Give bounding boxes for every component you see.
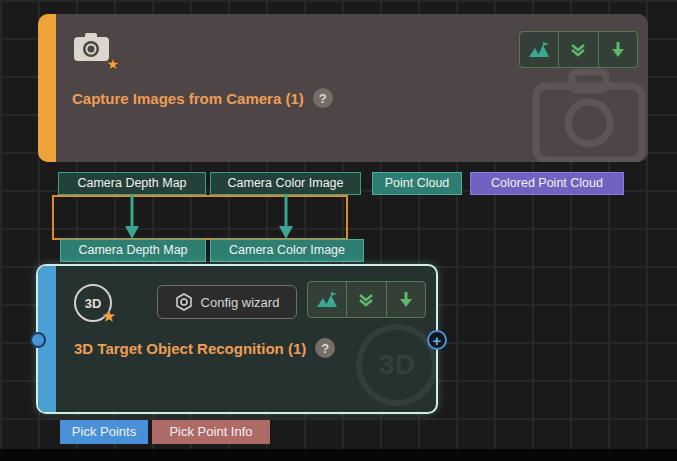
node-title: Capture Images from Camera (1) (72, 90, 304, 107)
selection-rectangle (52, 195, 348, 240)
node-accent-bar (38, 14, 56, 162)
node-capture-images[interactable]: ★ (38, 14, 648, 162)
add-step-button[interactable]: + (427, 330, 447, 350)
node-toolbar (307, 281, 426, 318)
hexagon-camera-icon (175, 293, 193, 311)
output-port-pick-point-info[interactable]: Pick Point Info (152, 420, 270, 444)
connection-handle[interactable] (30, 332, 46, 348)
camera-icon: ★ (72, 30, 114, 68)
star-badge-icon: ★ (102, 309, 115, 323)
output-port-point-cloud[interactable]: Point Cloud (372, 172, 462, 195)
landscape-icon[interactable] (520, 32, 558, 67)
node-3d-target-object-recognition[interactable]: 3D 3D ★ Config wizard (36, 264, 438, 414)
connection-line-depth[interactable] (123, 194, 141, 240)
connection-line-color[interactable] (277, 194, 295, 240)
double-chevron-down-icon[interactable] (347, 282, 385, 317)
download-arrow-icon[interactable] (387, 282, 425, 317)
double-chevron-down-icon[interactable] (559, 32, 597, 67)
help-badge[interactable]: ? (313, 88, 333, 108)
input-port-camera-color-image[interactable]: Camera Color Image (210, 239, 364, 262)
camera-watermark-icon (530, 64, 648, 162)
output-port-camera-depth-map[interactable]: Camera Depth Map (58, 172, 206, 195)
star-badge-icon: ★ (106, 57, 119, 71)
landscape-icon[interactable] (308, 282, 346, 317)
config-wizard-button[interactable]: Config wizard (157, 285, 297, 319)
output-port-pick-points[interactable]: Pick Points (60, 420, 148, 444)
output-port-camera-color-image[interactable]: Camera Color Image (210, 172, 361, 195)
node-toolbar (519, 31, 638, 68)
bottom-bar (0, 449, 677, 461)
output-port-colored-point-cloud[interactable]: Colored Point Cloud (470, 172, 624, 195)
help-badge[interactable]: ? (315, 338, 335, 358)
node-graph-canvas[interactable]: ★ (0, 0, 677, 461)
config-wizard-label: Config wizard (201, 295, 280, 310)
input-port-camera-depth-map[interactable]: Camera Depth Map (60, 239, 206, 262)
3d-watermark-icon: 3D (356, 324, 438, 406)
download-arrow-icon[interactable] (599, 32, 637, 67)
node-title: 3D Target Object Recognition (1) (74, 340, 306, 357)
3d-recognition-icon: 3D ★ (74, 284, 112, 322)
